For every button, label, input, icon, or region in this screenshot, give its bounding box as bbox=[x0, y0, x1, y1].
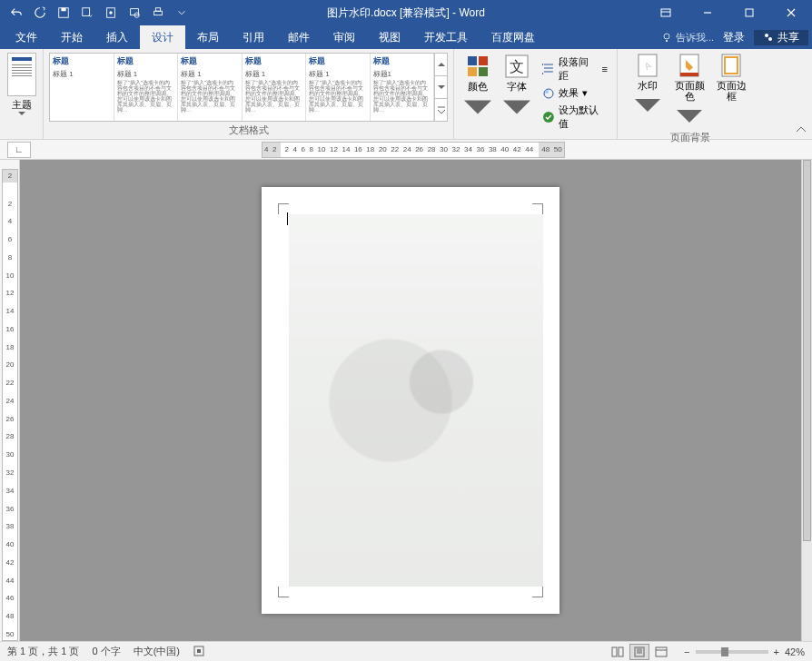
collapse-ribbon-button[interactable] bbox=[794, 123, 808, 137]
save-dropdown[interactable] bbox=[76, 2, 98, 24]
ribbon-tabs: 文件 开始 插入 设计 布局 引用 邮件 审阅 视图 开发工具 百度网盘 告诉我… bbox=[0, 25, 812, 49]
zoom-in-button[interactable]: + bbox=[774, 646, 779, 657]
style-set-item[interactable]: 标题标题 1标了"插入"选项卡的内容包含项目的不会与文档的文件的整理调调。您可以… bbox=[306, 54, 371, 121]
tab-file[interactable]: 文件 bbox=[4, 25, 49, 49]
status-macro-icon[interactable] bbox=[193, 645, 205, 659]
effects-button[interactable]: 效果 ▾ bbox=[539, 85, 611, 101]
effects-icon bbox=[542, 87, 555, 100]
view-buttons bbox=[608, 644, 671, 660]
share-icon bbox=[763, 32, 774, 43]
tab-design[interactable]: 设计 bbox=[140, 25, 185, 49]
quick-print-button[interactable] bbox=[147, 2, 169, 24]
svg-rect-7 bbox=[154, 11, 163, 15]
tab-selector[interactable]: ∟ bbox=[7, 142, 31, 158]
tab-developer[interactable]: 开发工具 bbox=[412, 25, 480, 49]
tab-home[interactable]: 开始 bbox=[49, 25, 94, 49]
check-icon bbox=[542, 111, 555, 123]
page-color-button[interactable]: 页面颜色 bbox=[670, 53, 708, 129]
svg-rect-2 bbox=[83, 8, 90, 16]
tab-baidu[interactable]: 百度网盘 bbox=[480, 25, 547, 49]
horizontal-ruler[interactable]: 4224681012141618202224262830323436384042… bbox=[262, 142, 565, 158]
formatting-options: 段落间距≡ 效果 ▾ 设为默认值 bbox=[539, 53, 611, 132]
svg-point-13 bbox=[768, 37, 772, 41]
svg-rect-1 bbox=[61, 8, 65, 12]
style-set-item[interactable]: 标题标题 1标了"插入"选项卡的内容包含项目的不会与文档的文件的整理调调。您可以… bbox=[114, 54, 179, 121]
fonts-icon: 文 bbox=[503, 53, 530, 80]
gallery-scroll-down[interactable] bbox=[435, 76, 447, 99]
style-set-item[interactable]: 标题标题 1 bbox=[50, 54, 114, 121]
chevron-down-icon bbox=[464, 94, 491, 121]
margin-mark bbox=[278, 587, 289, 597]
watermark-button[interactable]: A 水印 bbox=[629, 53, 667, 118]
scrollbar-thumb[interactable] bbox=[803, 160, 811, 541]
page-borders-button[interactable]: 页面边框 bbox=[712, 53, 750, 102]
status-page[interactable]: 第 1 页，共 1 页 bbox=[7, 645, 79, 658]
themes-button[interactable]: 主题 bbox=[5, 53, 37, 115]
tab-review[interactable]: 审阅 bbox=[322, 25, 367, 49]
status-bar: 第 1 页，共 1 页 0 个字 中文(中国) − + 42% bbox=[0, 641, 812, 661]
vertical-scrollbar[interactable] bbox=[801, 160, 812, 641]
restore-button[interactable] bbox=[728, 0, 770, 25]
svg-text:文: 文 bbox=[510, 59, 524, 74]
login-link[interactable]: 登录 bbox=[723, 30, 745, 45]
svg-point-20 bbox=[544, 89, 553, 98]
svg-rect-31 bbox=[612, 647, 617, 656]
tell-me-search[interactable]: 告诉我... bbox=[661, 31, 714, 44]
svg-rect-16 bbox=[468, 67, 477, 76]
customize-qat-dropdown[interactable] bbox=[171, 2, 193, 24]
svg-rect-9 bbox=[661, 9, 670, 16]
document-canvas[interactable] bbox=[20, 160, 801, 641]
gallery-more[interactable] bbox=[435, 99, 447, 121]
group-label-page-background: 页面背景 bbox=[618, 129, 763, 148]
style-set-item[interactable]: 标题标题 1标了"插入"选项卡的内容包含项目的不会与文档的文件的整理调调。您可以… bbox=[178, 54, 243, 121]
minimize-button[interactable] bbox=[687, 0, 728, 25]
print-layout-button[interactable] bbox=[629, 644, 649, 660]
tab-references[interactable]: 引用 bbox=[231, 25, 276, 49]
redo-button[interactable] bbox=[29, 2, 51, 24]
status-language[interactable]: 中文(中国) bbox=[134, 645, 180, 658]
web-layout-button[interactable] bbox=[651, 644, 671, 660]
style-set-gallery[interactable]: 标题标题 1 标题标题 1标了"插入"选项卡的内容包含项目的不会与文档的文件的整… bbox=[49, 53, 448, 122]
close-button[interactable] bbox=[770, 0, 812, 25]
paragraph-spacing-icon bbox=[542, 63, 555, 75]
chevron-down-icon bbox=[18, 112, 25, 115]
style-set-item[interactable]: 标题标题 1标了"插入"选项卡的内容包含项目的不会与文档的文件的整理调调。您可以… bbox=[243, 54, 307, 121]
group-themes: 主题 bbox=[0, 49, 44, 139]
share-button[interactable]: 共享 bbox=[754, 30, 808, 45]
touch-mode-button[interactable] bbox=[100, 2, 122, 24]
tab-mailings[interactable]: 邮件 bbox=[276, 25, 322, 49]
page[interactable] bbox=[262, 187, 559, 614]
vertical-ruler-gutter: 2246810121416182022242628303234363840424… bbox=[0, 160, 20, 641]
tab-view[interactable]: 视图 bbox=[367, 25, 412, 49]
zoom-level[interactable]: 42% bbox=[785, 646, 805, 657]
zoom-slider-thumb[interactable] bbox=[721, 647, 728, 656]
set-default-button[interactable]: 设为默认值 bbox=[539, 103, 611, 132]
svg-rect-34 bbox=[656, 647, 667, 656]
workspace: 2246810121416182022242628303234363840424… bbox=[0, 160, 801, 641]
paragraph-spacing-button[interactable]: 段落间距≡ bbox=[539, 54, 611, 84]
vertical-ruler[interactable]: 2246810121416182022242628303234363840424… bbox=[2, 169, 18, 641]
print-preview-button[interactable] bbox=[124, 2, 145, 24]
tab-layout[interactable]: 布局 bbox=[185, 25, 231, 49]
read-mode-button[interactable] bbox=[608, 644, 628, 660]
fonts-button[interactable]: 文 字体 bbox=[500, 53, 536, 121]
status-word-count[interactable]: 0 个字 bbox=[92, 645, 120, 658]
style-set-item[interactable]: 标题标题1标了"插入"选项卡的内容包含项目的不会与文档的文件的整理调调。您可以使… bbox=[371, 54, 435, 121]
group-label-doc-format: 文档格式 bbox=[44, 122, 453, 141]
theme-thumb-icon bbox=[7, 53, 36, 96]
ribbon-display-options-button[interactable] bbox=[645, 0, 687, 25]
colors-button[interactable]: 颜色 bbox=[460, 53, 496, 121]
gallery-scroll-up[interactable] bbox=[435, 54, 447, 76]
save-button[interactable] bbox=[53, 2, 74, 24]
zoom-out-button[interactable]: − bbox=[684, 646, 689, 657]
tell-me-placeholder: 告诉我... bbox=[676, 31, 714, 44]
undo-button[interactable] bbox=[5, 2, 27, 24]
svg-point-12 bbox=[765, 34, 768, 37]
svg-rect-17 bbox=[479, 67, 488, 76]
zoom-slider[interactable] bbox=[696, 650, 768, 654]
group-page-background: A 水印 页面颜色 页面边框 页面背景 bbox=[618, 49, 763, 139]
page-color-icon bbox=[677, 53, 702, 78]
tab-insert[interactable]: 插入 bbox=[94, 25, 140, 49]
page-borders-icon bbox=[718, 53, 744, 78]
lightbulb-icon bbox=[661, 32, 672, 43]
